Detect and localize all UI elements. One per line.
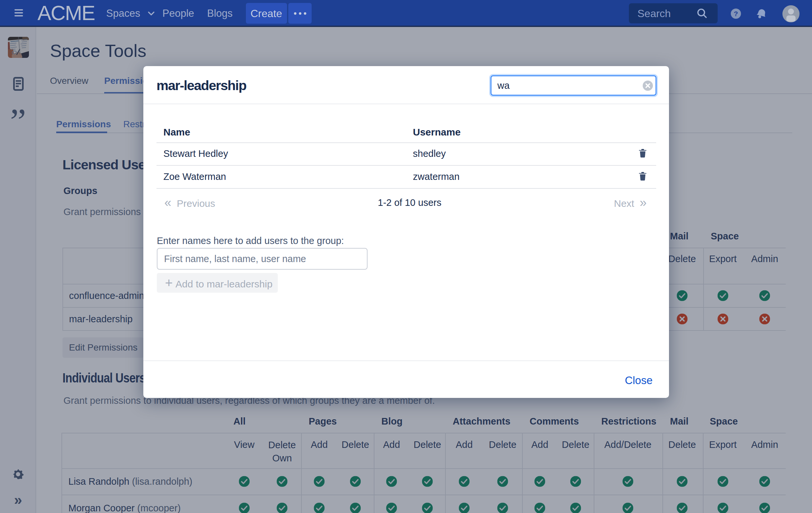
svg-text:?: ? — [734, 10, 738, 18]
